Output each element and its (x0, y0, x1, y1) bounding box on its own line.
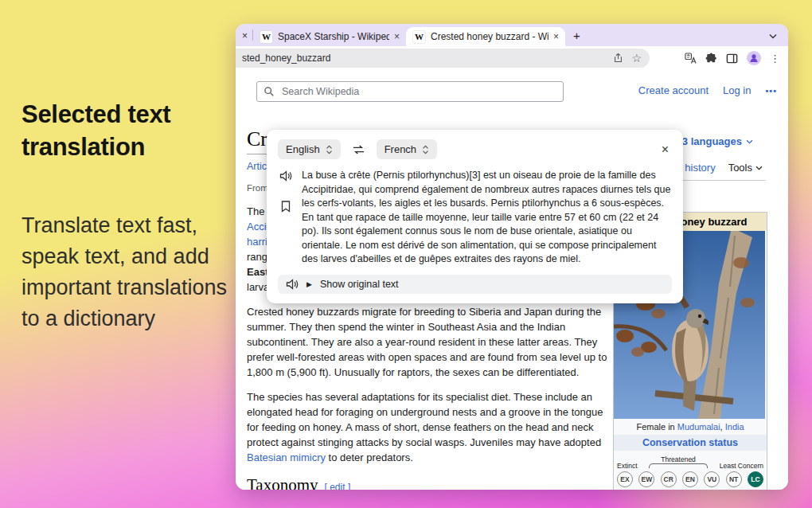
languages-count-label: 43 languages (677, 135, 742, 147)
browser-window: × W SpaceX Starship - Wikipedia × W Cres… (236, 24, 788, 490)
tab-crested-honey-buzzard[interactable]: W Crested honey buzzard - Wikip × (406, 27, 565, 46)
expand-arrow-icon: ▶ (306, 280, 312, 288)
caption-text: Female in (636, 422, 677, 432)
target-language-select[interactable]: French (377, 139, 437, 159)
create-account-link[interactable]: Create account (638, 84, 709, 96)
threatened-text: Threatened (661, 455, 695, 463)
threatened-brace (649, 463, 708, 468)
search-input[interactable] (280, 85, 556, 98)
address-bar[interactable]: sted_honey_buzzard ☆ (236, 49, 650, 68)
wikipedia-header-links: Create account Log in ••• (638, 84, 777, 96)
search-icon (264, 86, 275, 97)
translated-text: La buse à crête (Pernis ptilorhynchus)[3… (302, 169, 672, 267)
source-language-select[interactable]: English (278, 139, 341, 159)
status-circles: EX EW CR EN VU NT LC (617, 471, 763, 487)
browser-toolbar: sted_honey_buzzard ☆ ⋮ (236, 46, 788, 70)
show-original-bar[interactable]: ▶ Show original text (278, 275, 672, 294)
status-circle-ew: EW (638, 471, 654, 487)
promo-subheading: Translate text fast, speak text, and add… (21, 210, 243, 334)
source-language-label: English (286, 143, 320, 155)
close-icon[interactable]: × (553, 32, 559, 41)
translation-popup: English French × (267, 130, 683, 303)
extinct-label: Extinct (617, 462, 638, 470)
show-original-label: Show original text (320, 279, 399, 290)
new-tab-button[interactable]: + (573, 29, 580, 41)
close-icon[interactable]: × (394, 32, 400, 41)
paragraph-adaptations: The species has several adaptations for … (247, 389, 615, 465)
bookmark-star-icon[interactable]: ☆ (631, 53, 642, 64)
mudumalai-link[interactable]: Mudumalai (677, 422, 720, 432)
edit-section-link[interactable]: [ edit ] (325, 482, 351, 490)
side-panel-icon[interactable] (726, 53, 738, 64)
conservation-scale: Extinct Threatened Least Concern EX EW C… (614, 451, 767, 490)
batesian-mimicry-link[interactable]: Batesian mimicry (247, 451, 326, 463)
status-circle-nt: NT (726, 471, 742, 487)
wikipedia-search-box[interactable] (256, 81, 564, 102)
scale-labels: Extinct Threatened Least Concern (617, 455, 763, 470)
tab-label: SpaceX Starship - Wikipedia (278, 31, 389, 42)
popup-header: English French × (278, 139, 672, 159)
status-circle-lc: LC (748, 471, 763, 487)
paragraph-text: The species has several adaptations for … (247, 391, 603, 448)
status-circle-cr: CR (661, 471, 677, 487)
status-circle-vu: VU (704, 471, 720, 487)
toolbar-icons: ⋮ (685, 49, 780, 68)
close-icon[interactable]: × (242, 31, 248, 41)
threatened-label: Threatened (649, 455, 708, 470)
image-caption: Female in Mudumalai, India (614, 419, 767, 435)
chevron-down-icon (746, 139, 753, 144)
tab-strip: × W SpaceX Starship - Wikipedia × W Cres… (236, 24, 788, 46)
tools-menu[interactable]: Tools (728, 162, 763, 174)
tools-label: Tools (728, 162, 752, 174)
updown-chevrons-icon (422, 145, 429, 154)
extensions-puzzle-icon[interactable] (705, 53, 717, 64)
browser-menu-icon[interactable]: ⋮ (770, 53, 780, 64)
speaker-icon[interactable] (279, 170, 292, 182)
target-language-label: French (385, 143, 416, 155)
status-circle-en: EN (682, 471, 698, 487)
status-circle-ex: EX (617, 471, 633, 487)
address-url: sted_honey_buzzard (242, 53, 605, 64)
chevron-down-icon[interactable] (769, 33, 777, 39)
translate-icon[interactable] (685, 53, 697, 64)
least-concern-label: Least Concern (720, 463, 763, 470)
close-icon[interactable]: × (658, 142, 672, 158)
bookmark-icon[interactable] (281, 201, 291, 213)
swap-languages-icon[interactable] (352, 144, 365, 155)
promo-heading: Selected text translation (21, 99, 222, 164)
promo-canvas: Selected text translation Translate text… (0, 0, 812, 508)
paragraph-text: to deter predators. (326, 451, 413, 463)
log-in-link[interactable]: Log in (723, 84, 751, 96)
more-options-icon[interactable]: ••• (765, 86, 777, 96)
popup-body: La buse à crête (Pernis ptilorhynchus)[3… (278, 169, 672, 267)
conservation-status-header: Conservation status (614, 435, 767, 451)
tab-spacex-starship[interactable]: W SpaceX Starship - Wikipedia × (253, 27, 406, 46)
profile-avatar[interactable] (747, 51, 761, 65)
section-title: Taxonomy (247, 475, 318, 490)
taxonomy-heading: Taxonomy[ edit ] (247, 478, 615, 490)
tab-label: Crested honey buzzard - Wikip (431, 31, 548, 42)
india-link[interactable]: India (725, 422, 744, 432)
popup-icon-column (278, 169, 294, 267)
share-icon[interactable] (613, 53, 623, 64)
wikipedia-favicon: W (412, 30, 426, 44)
paragraph-migration: Crested honey buzzards migrate for breed… (247, 304, 615, 380)
updown-chevrons-icon (326, 145, 333, 154)
wikipedia-favicon: W (260, 30, 273, 44)
speaker-icon[interactable] (286, 279, 299, 290)
chevron-down-icon (755, 166, 763, 170)
